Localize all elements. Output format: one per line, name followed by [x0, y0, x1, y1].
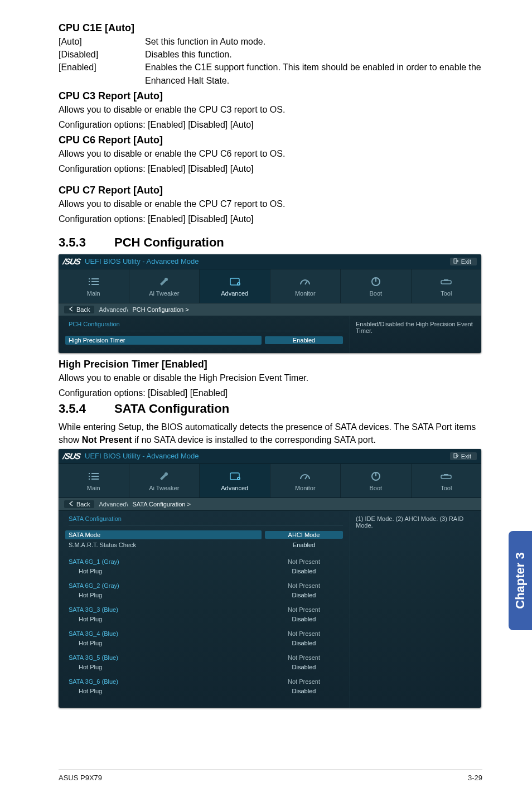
tab-label: Advanced — [221, 290, 248, 297]
chip-icon — [228, 470, 242, 482]
heading-cpu-c6: CPU C6 Report [Auto] — [59, 134, 482, 146]
breadcrumb-item[interactable]: PCH Configuration > — [132, 306, 188, 313]
option-key: [Disabled] — [59, 48, 145, 61]
bios-row-hot-plug[interactable]: Hot PlugDisabled — [69, 663, 343, 671]
tab-tool[interactable]: Tool — [412, 269, 482, 303]
section-title: PCH Configuration — [114, 235, 224, 249]
tab-monitor[interactable]: Monitor — [270, 269, 341, 303]
tab-tool[interactable]: Tool — [412, 464, 482, 497]
bios-tabs: Main Ai Tweaker Advanced Monitor Boot — [59, 269, 481, 303]
footer-left: ASUS P9X79 — [59, 774, 102, 782]
tab-ai-tweaker[interactable]: Ai Tweaker — [129, 269, 200, 303]
bios-row-sata-port: SATA 3G_3 (Blue)Not Present — [69, 606, 343, 613]
hotplug-label: Hot Plug — [69, 664, 265, 670]
tab-monitor[interactable]: Monitor — [270, 464, 341, 497]
bios-help-text: Enabled/Disabled the High Precision Even… — [356, 321, 476, 334]
tab-main[interactable]: Main — [59, 464, 129, 497]
bios-panel-sata: /SUS UEFI BIOS Utility - Advanced Mode E… — [59, 449, 481, 708]
hotplug-value: Disabled — [265, 567, 343, 575]
brand-logo: /SUS — [62, 257, 81, 266]
exit-label: Exit — [461, 453, 471, 460]
option-row: [Auto] Set this function in Auto mode. — [59, 35, 482, 48]
port-name: SATA 3G_6 (Blue) — [69, 678, 265, 685]
row-value: Enabled — [265, 541, 343, 549]
exit-button[interactable]: Exit — [450, 452, 477, 460]
cpu-c3-desc: Allows you to disable or enable the CPU … — [59, 103, 482, 116]
tab-ai-tweaker[interactable]: Ai Tweaker — [129, 464, 200, 497]
hotplug-value: Disabled — [265, 663, 343, 671]
bios-row-sata-port: SATA 3G_4 (Blue)Not Present — [69, 630, 343, 637]
tab-main[interactable]: Main — [59, 269, 129, 303]
breadcrumb-prefix: Advanced\ — [99, 501, 128, 508]
bios-title: UEFI BIOS Utility - Advanced Mode — [85, 257, 199, 265]
bios-row-high-precision-timer[interactable]: High Precision Timer Enabled — [69, 336, 343, 345]
exit-label: Exit — [461, 258, 471, 265]
port-status: Not Present — [265, 654, 343, 661]
row-label: High Precision Timer — [65, 336, 262, 345]
bios-breadcrumb: Back Advanced\ PCH Configuration > — [59, 303, 481, 316]
tab-label: Tool — [441, 290, 452, 297]
tab-advanced[interactable]: Advanced — [200, 464, 270, 497]
power-icon — [370, 470, 381, 482]
cpu-c7-desc: Allows you to disable or enable the CPU … — [59, 197, 482, 210]
exit-button[interactable]: Exit — [450, 258, 477, 265]
bios-title: UEFI BIOS Utility - Advanced Mode — [85, 452, 199, 460]
bios-row-sata-mode[interactable]: SATA Mode AHCI Mode — [69, 530, 343, 539]
bios-row-hot-plug[interactable]: Hot PlugDisabled — [69, 591, 343, 599]
sata-port-block: SATA 3G_3 (Blue)Not Present Hot PlugDisa… — [69, 606, 343, 623]
section-number: 3.5.4 — [59, 402, 114, 416]
gauge-icon — [299, 276, 311, 288]
back-label: Back — [76, 306, 90, 313]
tab-boot[interactable]: Boot — [341, 464, 412, 497]
sata-port-block: SATA 3G_4 (Blue)Not Present Hot PlugDisa… — [69, 630, 343, 647]
svg-line-25 — [305, 476, 307, 479]
sata-port-block: SATA 6G_1 (Gray)Not Present Hot PlugDisa… — [69, 558, 343, 575]
list-icon — [88, 276, 100, 288]
hpt-opts: Configuration options: [Disabled] [Enabl… — [59, 386, 482, 399]
breadcrumb-item[interactable]: SATA Configuration > — [132, 501, 190, 508]
chip-icon — [228, 276, 242, 288]
bios-help-panel: (1) IDE Mode. (2) AHCI Mode. (3) RAID Mo… — [350, 511, 481, 708]
tab-label: Monitor — [295, 485, 316, 491]
bios-row-sata-port: SATA 6G_1 (Gray)Not Present — [69, 558, 343, 566]
back-button[interactable]: Back — [64, 306, 94, 313]
svg-rect-24 — [238, 478, 239, 479]
tab-label: Main — [87, 485, 100, 491]
group-heading-pch: PCH Configuration — [69, 321, 343, 331]
back-arrow-icon — [69, 306, 74, 313]
exit-icon — [453, 258, 459, 265]
sata-port-block: SATA 6G_2 (Gray)Not Present Hot PlugDisa… — [69, 582, 343, 599]
section-3-5-4-heading: 3.5.4SATA Configuration — [59, 402, 482, 416]
heading-cpu-c7: CPU C7 Report [Auto] — [59, 185, 482, 196]
bios-row-hot-plug[interactable]: Hot PlugDisabled — [69, 615, 343, 623]
tool-icon — [439, 470, 453, 482]
sata-port-block: SATA 3G_5 (Blue)Not Present Hot PlugDisa… — [69, 654, 343, 671]
bios-row-hot-plug[interactable]: Hot PlugDisabled — [69, 687, 343, 695]
hotplug-label: Hot Plug — [69, 616, 265, 622]
tab-boot[interactable]: Boot — [341, 269, 412, 303]
hotplug-value: Disabled — [265, 687, 343, 695]
gauge-icon — [299, 470, 311, 482]
bios-row-hot-plug[interactable]: Hot PlugDisabled — [69, 567, 343, 575]
heading-high-precision-timer: High Precision Timer [Enabled] — [59, 359, 482, 370]
tab-label: Ai Tweaker — [149, 290, 179, 297]
port-status: Not Present — [265, 558, 343, 566]
tab-label: Tool — [441, 485, 452, 491]
bios-help-text: (1) IDE Mode. (2) AHCI Mode. (3) RAID Mo… — [356, 515, 476, 529]
bios-row-smart-status[interactable]: S.M.A.R.T. Status Check Enabled — [69, 541, 343, 549]
cpu-c1e-options: [Auto] Set this function in Auto mode. [… — [59, 35, 482, 87]
hotplug-label: Hot Plug — [69, 592, 265, 598]
bios-row-sata-port: SATA 3G_6 (Blue)Not Present — [69, 678, 343, 685]
hpt-desc: Allows you to enable or disable the High… — [59, 371, 482, 384]
back-button[interactable]: Back — [64, 500, 94, 508]
option-value: Disables this function. — [145, 48, 482, 61]
cpu-c6-desc: Allows you to disable or enable the CPU … — [59, 147, 482, 160]
tab-advanced[interactable]: Advanced — [200, 269, 270, 303]
svg-rect-9 — [238, 283, 239, 284]
port-name: SATA 6G_1 (Gray) — [69, 558, 265, 565]
bios-titlebar: /SUS UEFI BIOS Utility - Advanced Mode E… — [59, 449, 481, 464]
svg-rect-29 — [444, 474, 448, 475]
bios-row-hot-plug[interactable]: Hot PlugDisabled — [69, 639, 343, 647]
brand-logo: /SUS — [62, 451, 81, 461]
power-icon — [370, 276, 381, 288]
